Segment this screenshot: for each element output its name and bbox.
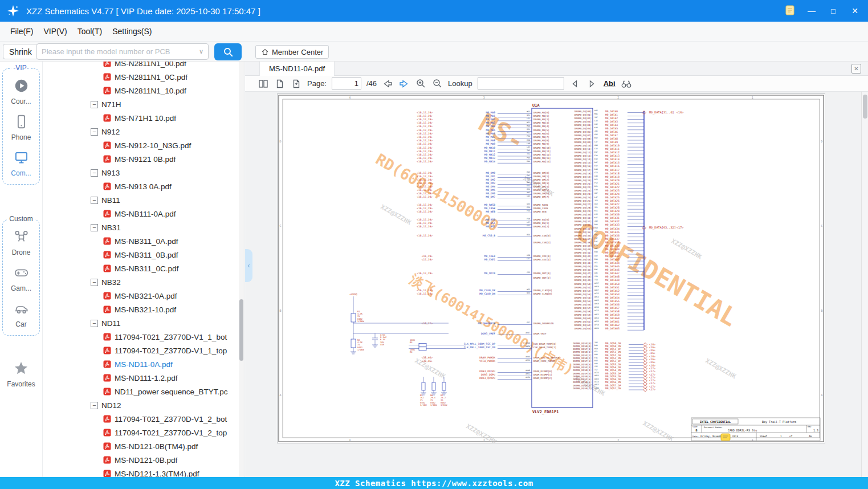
svg-text:DRAM0_DQ[24]: DRAM0_DQ[24] [574, 193, 592, 195]
collapse-icon[interactable]: − [91, 279, 98, 286]
collapse-icon[interactable]: − [91, 224, 98, 231]
sidebar-item-courses[interactable]: Cour... [3, 78, 39, 105]
tree-file[interactable]: MS-NB321-10.pdf [43, 303, 244, 316]
play-circle-icon [14, 78, 29, 96]
tree-item-label: MS-NB311_0A.pdf [115, 237, 178, 246]
tree-folder[interactable]: −ND11 [43, 316, 244, 330]
tree-folder[interactable]: −NB31 [43, 221, 244, 234]
tree-scrollbar[interactable] [239, 62, 244, 477]
tree-file[interactable]: MS-N2811N1_0C.pdf [43, 70, 244, 84]
tree-file[interactable]: MS-ND121-1.3(TM4).pdf [43, 467, 244, 477]
svg-text:AA57: AA57 [594, 289, 599, 291]
member-center-button[interactable]: Member Center [255, 45, 329, 59]
tree-file[interactable]: MS-ND11-0A.pdf [43, 357, 244, 371]
tree-folder[interactable]: −NB11 [43, 193, 244, 207]
svg-text:E56: E56 [527, 206, 530, 209]
sidebar-item-phone[interactable]: Phone [3, 114, 39, 141]
menu-file[interactable]: File(F) [5, 27, 38, 36]
tree-file[interactable]: MS-N913 0A.pdf [43, 180, 244, 193]
minimize-button[interactable]: — [805, 6, 818, 15]
svg-text:A43: A43 [594, 255, 598, 257]
tree-folder[interactable]: −NB32 [43, 275, 244, 289]
pdf-canvas[interactable]: 44332211DDCCBBAAXZZ@XZZHKXZZ@XZZHKXZZ@XZ… [245, 92, 861, 477]
page-number-input[interactable] [332, 78, 361, 89]
tree-file[interactable]: MS-N2811N1_00.pdf [43, 62, 244, 70]
svg-text:J43: J43 [594, 341, 598, 344]
tree-file[interactable]: MS-ND121-0B.pdf [43, 453, 244, 467]
license-icon[interactable] [784, 5, 796, 18]
sidebar-item-computer[interactable]: Com... [3, 150, 39, 177]
svg-text:K47: K47 [594, 217, 598, 219]
two-page-view-icon[interactable] [258, 78, 269, 89]
tree-file[interactable]: MS-NB311_0A.pdf [43, 234, 244, 248]
menu-vip[interactable]: VIP(V) [38, 27, 72, 36]
tree-file[interactable]: MS-NB321-0A.pdf [43, 289, 244, 303]
tree-file[interactable]: MS-ND111-1.2.pdf [43, 371, 244, 385]
viewer-scrollbar[interactable] [861, 92, 868, 477]
tree-file[interactable]: 117094-T021_Z3770D-V1_2_top [43, 426, 244, 439]
tree-folder[interactable]: −N913 [43, 166, 244, 180]
next-page-icon[interactable] [398, 78, 410, 89]
pdf-page[interactable]: 44332211DDCCBBAAXZZ@XZZHKXZZ@XZZHKXZZ@XZ… [278, 94, 825, 443]
tree-file[interactable]: MS-ND121-0B(TM4).pdf [43, 439, 244, 453]
lookup-label: Lookup [448, 79, 472, 88]
tree-file[interactable]: MS-N912-10_N3G.pdf [43, 138, 244, 152]
collapse-icon[interactable]: − [91, 128, 98, 136]
tree-file[interactable]: MS-NB111-0A.pdf [43, 207, 244, 221]
tree-file[interactable]: 117094-T021_Z3770D-V1_1_bot [43, 330, 244, 344]
collapse-icon[interactable]: − [91, 320, 98, 327]
chevron-down-icon[interactable]: ∨ [199, 48, 203, 55]
collapse-panel-handle[interactable]: ‹ [245, 249, 252, 282]
search-row: Shrink ∨ Member Center [0, 42, 868, 62]
zoom-out-icon[interactable] [431, 78, 443, 89]
collapse-icon[interactable]: − [91, 402, 98, 409]
next-result-icon[interactable] [586, 78, 597, 89]
lookup-input[interactable] [478, 78, 564, 89]
tree-item-label: NB31 [101, 223, 121, 232]
sidebar-item-drone[interactable]: Drone [3, 229, 39, 256]
search-button[interactable] [214, 43, 242, 60]
model-search-box[interactable]: ∨ [36, 43, 209, 60]
tree-file[interactable]: MS-N71H1 10.pdf [43, 111, 244, 125]
svg-text:DRAM0_DQ[35]: DRAM0_DQ[35] [574, 231, 592, 234]
svg-text:DRAM0_DQ[43]: DRAM0_DQ[43] [574, 258, 592, 261]
tree-file[interactable]: ND11_power sequence_BTYT.pc [43, 385, 244, 398]
sidebar-item-favorites[interactable]: Favorites [0, 360, 42, 388]
svg-text:Rev: Rev [808, 426, 812, 428]
match-case-button[interactable]: Abi [604, 79, 616, 88]
viewer-scrollbar-thumb[interactable] [863, 95, 867, 119]
sidebar-item-car[interactable]: Car [3, 301, 39, 328]
shrink-button[interactable]: Shrink [3, 44, 38, 59]
svg-text:<16>: <16> [649, 364, 655, 367]
schematic-drawing[interactable]: 44332211DDCCBBAAXZZ@XZZHKXZZ@XZZHKXZZ@XZ… [278, 94, 825, 443]
tab-ms-nd11-0a[interactable]: MS-ND11-0A.pdf [259, 62, 335, 76]
tree-scrollbar-thumb[interactable] [239, 299, 243, 361]
collapse-icon[interactable]: − [91, 169, 98, 177]
sidebar-item-game[interactable]: Gam... [3, 265, 39, 292]
tree-file[interactable]: MS-NB311_0B.pdf [43, 248, 244, 262]
model-search-input[interactable] [42, 47, 197, 56]
tree-file[interactable]: MS-N9121 0B.pdf [43, 152, 244, 166]
binoculars-icon[interactable] [621, 78, 632, 89]
tree-folder[interactable]: −N71H [43, 97, 244, 111]
svg-text:DRAM0_DQSP[4]: DRAM0_DQSP[4] [573, 366, 592, 369]
collapse-icon[interactable]: − [91, 101, 98, 108]
tree-folder[interactable]: −ND12 [43, 398, 244, 412]
close-all-tabs-icon[interactable]: ✕ [851, 64, 861, 74]
tree-folder[interactable]: −N912 [43, 125, 244, 138]
menu-tool[interactable]: Tool(T) [72, 27, 108, 36]
prev-result-icon[interactable] [569, 78, 581, 89]
rotate-left-icon[interactable] [274, 78, 286, 89]
tree-file[interactable]: MS-N2811N1_10.pdf [43, 84, 244, 97]
close-button[interactable]: ✕ [849, 6, 861, 15]
prev-page-icon[interactable] [382, 78, 393, 89]
tree-file[interactable]: MS-NB311_0C.pdf [43, 262, 244, 275]
tree-item-label: 117094-T021_Z3770D-V1_2_bot [115, 415, 227, 423]
maximize-button[interactable]: □ [827, 7, 840, 15]
collapse-icon[interactable]: − [91, 197, 98, 204]
menu-settings[interactable]: Settings(S) [107, 27, 157, 36]
zoom-in-icon[interactable] [415, 78, 426, 89]
tree-file[interactable]: 117094-T021_Z3770D-V1_1_top [43, 344, 244, 357]
rotate-right-icon[interactable] [291, 78, 302, 89]
tree-file[interactable]: 117094-T021_Z3770D-V1_2_bot [43, 412, 244, 426]
